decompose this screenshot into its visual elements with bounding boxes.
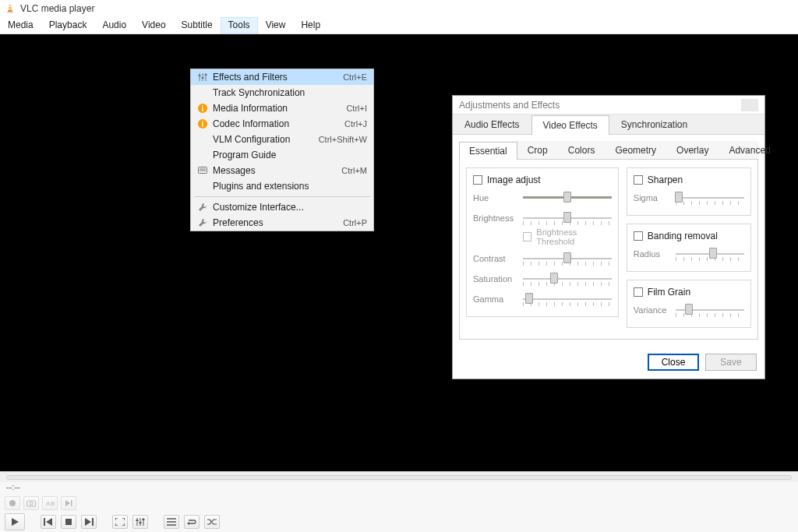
menu-media[interactable]: Media — [0, 17, 41, 33]
svg-rect-22 — [139, 522, 142, 523]
play-button[interactable] — [5, 513, 25, 530]
info-icon: i — [196, 119, 210, 129]
tools-plugins[interactable]: Plugins and extensions — [191, 178, 373, 194]
effects-dialog: Adjustments and Effects Audio Effects Vi… — [452, 95, 765, 379]
tools-program-guide[interactable]: Program Guide — [191, 147, 373, 163]
subtab-advanced[interactable]: Advanced — [719, 141, 780, 159]
dialog-titlebar[interactable]: Adjustments and Effects — [453, 96, 764, 115]
fullscreen-button[interactable] — [112, 515, 128, 529]
menu-item-shortcut: Ctrl+J — [338, 119, 367, 129]
film-grain-checkbox[interactable]: Film Grain — [634, 287, 744, 298]
svg-rect-21 — [136, 520, 139, 521]
checkbox-icon — [523, 232, 531, 241]
playback-toolbar — [0, 512, 798, 532]
extended-settings-button[interactable] — [132, 515, 148, 529]
tab-synchronization[interactable]: Synchronization — [609, 115, 699, 134]
variance-slider[interactable] — [676, 302, 744, 318]
svg-rect-4 — [199, 75, 201, 76]
record-button[interactable] — [5, 496, 20, 510]
essential-panel: Image adjust Hue Brightness Brightness T… — [459, 160, 758, 340]
svg-point-10 — [30, 502, 33, 506]
checkbox-label: Banding removal — [648, 231, 718, 241]
dialog-tabs-secondary: Essential Crop Colors Geometry Overlay A… — [459, 141, 758, 160]
save-button[interactable]: Save — [705, 354, 757, 371]
sigma-slider[interactable] — [676, 190, 744, 206]
svg-marker-0 — [8, 4, 12, 12]
menu-view[interactable]: View — [258, 17, 294, 33]
slider-label: Variance — [634, 305, 669, 315]
menu-subtitle[interactable]: Subtitle — [174, 17, 221, 33]
messages-icon — [196, 167, 210, 174]
subtab-essential[interactable]: Essential — [459, 142, 517, 160]
svg-marker-17 — [46, 518, 52, 526]
menu-tools[interactable]: Tools — [221, 17, 258, 33]
menu-video[interactable]: Video — [134, 17, 173, 33]
frame-step-button[interactable] — [61, 496, 76, 510]
tab-video-effects[interactable]: Video Effects — [531, 115, 609, 135]
menu-bar: Media Playback Audio Video Subtitle Tool… — [0, 17, 798, 34]
snapshot-button[interactable] — [23, 496, 39, 510]
gamma-slider[interactable] — [523, 291, 612, 307]
hue-slider[interactable] — [523, 190, 612, 206]
brightness-threshold-checkbox[interactable]: Brightness Threshold — [523, 227, 612, 246]
menu-item-label: Messages — [210, 165, 335, 176]
svg-rect-5 — [202, 77, 204, 79]
tab-audio-effects[interactable]: Audio Effects — [453, 115, 531, 134]
slider-label: Gamma — [473, 294, 517, 304]
banding-removal-checkbox[interactable]: Banding removal — [634, 231, 744, 241]
dialog-close-icon[interactable] — [741, 99, 758, 111]
tools-codec-info[interactable]: i Codec Information Ctrl+J — [191, 116, 373, 132]
tools-dropdown: Effects and Filters Ctrl+E Track Synchro… — [190, 69, 374, 231]
radius-slider[interactable] — [676, 246, 744, 262]
tools-customize-interface[interactable]: Customize Interface... — [191, 199, 373, 215]
image-adjust-checkbox[interactable]: Image adjust — [473, 174, 612, 185]
checkbox-icon — [634, 231, 643, 241]
tools-effects-and-filters[interactable]: Effects and Filters Ctrl+E — [191, 69, 373, 85]
subtab-geometry[interactable]: Geometry — [605, 141, 666, 159]
menu-item-shortcut: Ctrl+Shift+W — [312, 135, 367, 144]
slider-label: Sigma — [634, 193, 669, 203]
menu-item-label: VLM Configuration — [210, 134, 312, 145]
svg-rect-14 — [71, 500, 72, 506]
contrast-slider[interactable] — [523, 251, 612, 266]
info-icon: i — [196, 104, 210, 113]
tools-messages[interactable]: Messages Ctrl+M — [191, 163, 373, 178]
next-button[interactable] — [81, 515, 97, 529]
previous-button[interactable] — [41, 515, 56, 529]
loop-button[interactable] — [184, 515, 200, 529]
banding-removal-group: Banding removal Radius — [627, 224, 751, 272]
tools-track-sync[interactable]: Track Synchronization — [191, 85, 373, 100]
subtab-colors[interactable]: Colors — [558, 141, 606, 159]
playlist-button[interactable] — [164, 515, 179, 529]
svg-marker-13 — [65, 500, 70, 506]
app-title: VLC media player — [20, 3, 94, 14]
tools-preferences[interactable]: Preferences Ctrl+P — [191, 215, 373, 231]
sharpen-group: Sharpen Sigma — [627, 167, 751, 216]
dialog-footer: Close Save — [453, 346, 764, 379]
brightness-slider[interactable] — [523, 210, 612, 226]
seek-bar[interactable] — [6, 475, 792, 480]
saturation-slider[interactable] — [523, 271, 612, 287]
menu-playback[interactable]: Playback — [41, 17, 95, 33]
slider-label: Hue — [473, 193, 517, 203]
menu-audio[interactable]: Audio — [94, 17, 134, 33]
close-button[interactable]: Close — [648, 354, 699, 371]
sharpen-checkbox[interactable]: Sharpen — [634, 174, 744, 185]
menu-item-shortcut: Ctrl+I — [340, 104, 367, 113]
tools-media-info[interactable]: i Media Information Ctrl+I — [191, 100, 373, 116]
stop-button[interactable] — [61, 515, 76, 529]
svg-marker-15 — [12, 518, 19, 526]
shuffle-button[interactable] — [204, 515, 220, 529]
menu-help[interactable]: Help — [293, 17, 328, 33]
subtab-overlay[interactable]: Overlay — [666, 141, 719, 159]
svg-rect-18 — [65, 519, 72, 525]
svg-rect-20 — [92, 518, 94, 526]
atob-loop-button[interactable]: AB — [42, 496, 58, 510]
checkbox-label: Film Grain — [648, 287, 690, 298]
time-display: --:-- — [0, 482, 798, 495]
subtab-crop[interactable]: Crop — [517, 141, 558, 159]
slider-label: Contrast — [473, 254, 517, 263]
slider-label: Radius — [634, 249, 669, 259]
tools-vlm-config[interactable]: VLM Configuration Ctrl+Shift+W — [191, 132, 373, 147]
slider-label: Saturation — [473, 274, 517, 284]
